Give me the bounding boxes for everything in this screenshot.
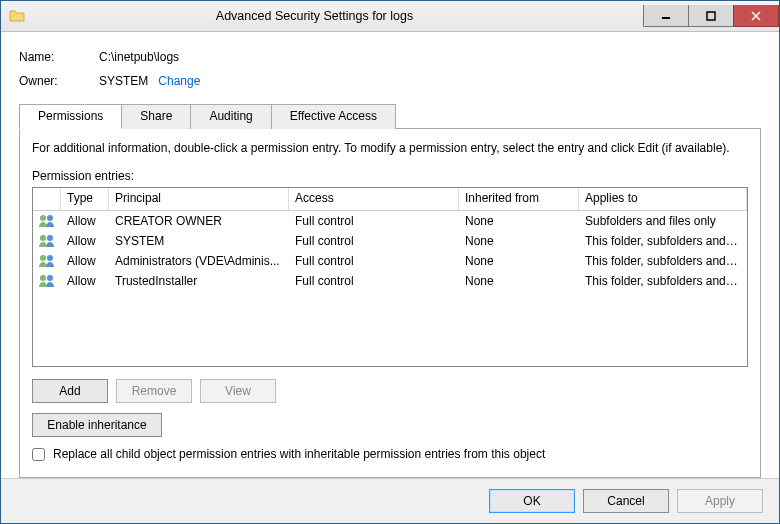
cell-principal: CREATOR OWNER — [109, 212, 289, 230]
dialog-footer: OK Cancel Apply — [1, 478, 779, 523]
name-value: C:\inetpub\logs — [99, 50, 179, 64]
column-type[interactable]: Type — [61, 188, 109, 210]
cell-applies: This folder, subfolders and files — [579, 252, 747, 270]
table-row[interactable]: AllowTrustedInstallerFull controlNoneThi… — [33, 271, 747, 291]
add-button[interactable]: Add — [32, 379, 108, 403]
titlebar: Advanced Security Settings for logs — [1, 1, 779, 32]
cancel-button[interactable]: Cancel — [583, 489, 669, 513]
remove-button[interactable]: Remove — [116, 379, 192, 403]
info-text: For additional information, double-click… — [32, 141, 748, 155]
cell-inherited: None — [459, 272, 579, 290]
svg-point-8 — [40, 255, 46, 261]
advanced-security-window: Advanced Security Settings for logs Name… — [0, 0, 780, 524]
column-principal[interactable]: Principal — [109, 188, 289, 210]
cell-principal: SYSTEM — [109, 232, 289, 250]
window-title: Advanced Security Settings for logs — [0, 9, 644, 23]
cell-applies: This folder, subfolders and files — [579, 272, 747, 290]
column-icon[interactable] — [33, 188, 61, 210]
cell-access: Full control — [289, 272, 459, 290]
cell-type: Allow — [61, 272, 109, 290]
cell-principal: TrustedInstaller — [109, 272, 289, 290]
cell-inherited: None — [459, 252, 579, 270]
change-owner-link[interactable]: Change — [158, 74, 200, 88]
name-label: Name: — [19, 50, 99, 64]
permission-rows: AllowCREATOR OWNERFull controlNoneSubfol… — [33, 211, 747, 291]
cell-access: Full control — [289, 212, 459, 230]
tab-panel-permissions: For additional information, double-click… — [19, 128, 761, 478]
close-button[interactable] — [733, 5, 779, 27]
cell-access: Full control — [289, 252, 459, 270]
cell-principal: Administrators (VDE\Adminis... — [109, 252, 289, 270]
svg-point-10 — [40, 275, 46, 281]
svg-point-9 — [47, 255, 53, 261]
owner-label: Owner: — [19, 74, 99, 88]
permission-table-header: Type Principal Access Inherited from App… — [33, 188, 747, 211]
svg-rect-1 — [707, 12, 715, 20]
tab-auditing[interactable]: Auditing — [190, 104, 271, 129]
cell-applies: This folder, subfolders and files — [579, 232, 747, 250]
tabs: Permissions Share Auditing Effective Acc… — [19, 104, 761, 129]
principal-icon — [33, 251, 61, 271]
cell-applies: Subfolders and files only — [579, 212, 747, 230]
maximize-button[interactable] — [688, 5, 734, 27]
tabs-container: Permissions Share Auditing Effective Acc… — [19, 104, 761, 478]
cell-type: Allow — [61, 212, 109, 230]
enable-inheritance-button[interactable]: Enable inheritance — [32, 413, 162, 437]
cell-inherited: None — [459, 212, 579, 230]
ok-button[interactable]: OK — [489, 489, 575, 513]
principal-icon — [33, 211, 61, 231]
apply-button[interactable]: Apply — [677, 489, 763, 513]
table-row[interactable]: AllowCREATOR OWNERFull controlNoneSubfol… — [33, 211, 747, 231]
principal-icon — [33, 231, 61, 251]
svg-point-6 — [40, 235, 46, 241]
minimize-button[interactable] — [643, 5, 689, 27]
column-access[interactable]: Access — [289, 188, 459, 210]
replace-checkbox-label[interactable]: Replace all child object permission entr… — [53, 447, 545, 461]
column-inherited[interactable]: Inherited from — [459, 188, 579, 210]
principal-icon — [33, 271, 61, 291]
view-button[interactable]: View — [200, 379, 276, 403]
svg-point-11 — [47, 275, 53, 281]
permission-table[interactable]: Type Principal Access Inherited from App… — [32, 187, 748, 367]
enable-inheritance-row: Enable inheritance — [32, 413, 748, 437]
cell-type: Allow — [61, 232, 109, 250]
permission-entries-label: Permission entries: — [32, 169, 748, 183]
replace-checkbox[interactable] — [32, 448, 45, 461]
cell-access: Full control — [289, 232, 459, 250]
owner-value: SYSTEM — [99, 74, 148, 88]
table-row[interactable]: AllowSYSTEMFull controlNoneThis folder, … — [33, 231, 747, 251]
table-row[interactable]: AllowAdministrators (VDE\Adminis...Full … — [33, 251, 747, 271]
window-controls — [644, 5, 779, 27]
svg-point-4 — [40, 215, 46, 221]
name-row: Name: C:\inetpub\logs — [19, 50, 761, 64]
tab-share[interactable]: Share — [121, 104, 191, 129]
cell-inherited: None — [459, 232, 579, 250]
permission-buttons: Add Remove View — [32, 379, 748, 403]
dialog-body: Name: C:\inetpub\logs Owner: SYSTEM Chan… — [1, 32, 779, 478]
svg-point-5 — [47, 215, 53, 221]
tab-permissions[interactable]: Permissions — [19, 104, 122, 129]
tab-effective-access[interactable]: Effective Access — [271, 104, 396, 129]
owner-row: Owner: SYSTEM Change — [19, 74, 761, 88]
svg-point-7 — [47, 235, 53, 241]
cell-type: Allow — [61, 252, 109, 270]
replace-checkbox-row: Replace all child object permission entr… — [32, 447, 748, 461]
column-applies[interactable]: Applies to — [579, 188, 747, 210]
